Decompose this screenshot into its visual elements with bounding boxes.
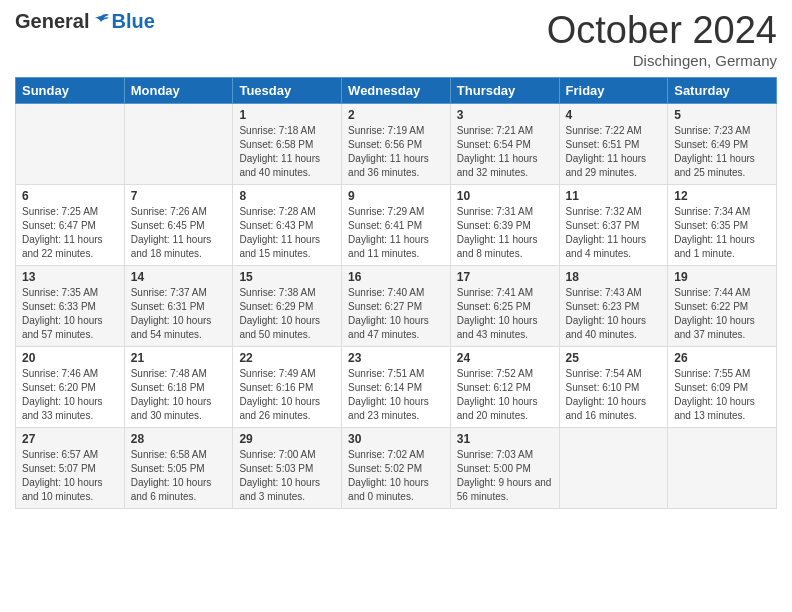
day-of-week-header: Sunday xyxy=(16,77,125,103)
calendar-day-cell: 17Sunrise: 7:41 AMSunset: 6:25 PMDayligh… xyxy=(450,265,559,346)
day-of-week-header: Friday xyxy=(559,77,668,103)
day-info: Sunrise: 7:02 AMSunset: 5:02 PMDaylight:… xyxy=(348,448,444,504)
day-info: Sunrise: 7:35 AMSunset: 6:33 PMDaylight:… xyxy=(22,286,118,342)
day-info: Sunrise: 7:03 AMSunset: 5:00 PMDaylight:… xyxy=(457,448,553,504)
day-number: 23 xyxy=(348,351,444,365)
day-info: Sunrise: 7:22 AMSunset: 6:51 PMDaylight:… xyxy=(566,124,662,180)
day-of-week-header: Wednesday xyxy=(342,77,451,103)
calendar-day-cell xyxy=(16,103,125,184)
day-number: 17 xyxy=(457,270,553,284)
day-info: Sunrise: 7:43 AMSunset: 6:23 PMDaylight:… xyxy=(566,286,662,342)
calendar-day-cell: 23Sunrise: 7:51 AMSunset: 6:14 PMDayligh… xyxy=(342,346,451,427)
calendar-day-cell: 11Sunrise: 7:32 AMSunset: 6:37 PMDayligh… xyxy=(559,184,668,265)
day-info: Sunrise: 7:25 AMSunset: 6:47 PMDaylight:… xyxy=(22,205,118,261)
day-info: Sunrise: 7:37 AMSunset: 6:31 PMDaylight:… xyxy=(131,286,227,342)
day-number: 21 xyxy=(131,351,227,365)
day-of-week-header: Tuesday xyxy=(233,77,342,103)
day-number: 29 xyxy=(239,432,335,446)
day-number: 24 xyxy=(457,351,553,365)
day-number: 3 xyxy=(457,108,553,122)
day-info: Sunrise: 7:44 AMSunset: 6:22 PMDaylight:… xyxy=(674,286,770,342)
calendar-week-row: 20Sunrise: 7:46 AMSunset: 6:20 PMDayligh… xyxy=(16,346,777,427)
calendar-week-row: 1Sunrise: 7:18 AMSunset: 6:58 PMDaylight… xyxy=(16,103,777,184)
day-number: 26 xyxy=(674,351,770,365)
day-info: Sunrise: 6:57 AMSunset: 5:07 PMDaylight:… xyxy=(22,448,118,504)
calendar-day-cell: 7Sunrise: 7:26 AMSunset: 6:45 PMDaylight… xyxy=(124,184,233,265)
day-info: Sunrise: 7:54 AMSunset: 6:10 PMDaylight:… xyxy=(566,367,662,423)
location-subtitle: Dischingen, Germany xyxy=(547,52,777,69)
day-info: Sunrise: 7:31 AMSunset: 6:39 PMDaylight:… xyxy=(457,205,553,261)
calendar-day-cell: 22Sunrise: 7:49 AMSunset: 6:16 PMDayligh… xyxy=(233,346,342,427)
day-number: 31 xyxy=(457,432,553,446)
day-number: 16 xyxy=(348,270,444,284)
calendar-header-row: SundayMondayTuesdayWednesdayThursdayFrid… xyxy=(16,77,777,103)
day-info: Sunrise: 7:48 AMSunset: 6:18 PMDaylight:… xyxy=(131,367,227,423)
day-number: 22 xyxy=(239,351,335,365)
calendar-day-cell: 30Sunrise: 7:02 AMSunset: 5:02 PMDayligh… xyxy=(342,427,451,508)
day-number: 8 xyxy=(239,189,335,203)
day-info: Sunrise: 7:00 AMSunset: 5:03 PMDaylight:… xyxy=(239,448,335,504)
day-info: Sunrise: 7:29 AMSunset: 6:41 PMDaylight:… xyxy=(348,205,444,261)
calendar-day-cell: 12Sunrise: 7:34 AMSunset: 6:35 PMDayligh… xyxy=(668,184,777,265)
month-title: October 2024 xyxy=(547,10,777,52)
calendar-day-cell: 3Sunrise: 7:21 AMSunset: 6:54 PMDaylight… xyxy=(450,103,559,184)
day-info: Sunrise: 7:21 AMSunset: 6:54 PMDaylight:… xyxy=(457,124,553,180)
calendar-day-cell: 4Sunrise: 7:22 AMSunset: 6:51 PMDaylight… xyxy=(559,103,668,184)
day-number: 4 xyxy=(566,108,662,122)
calendar-day-cell: 10Sunrise: 7:31 AMSunset: 6:39 PMDayligh… xyxy=(450,184,559,265)
calendar-day-cell: 16Sunrise: 7:40 AMSunset: 6:27 PMDayligh… xyxy=(342,265,451,346)
logo: General Blue xyxy=(15,10,155,33)
calendar-day-cell: 1Sunrise: 7:18 AMSunset: 6:58 PMDaylight… xyxy=(233,103,342,184)
calendar-day-cell: 14Sunrise: 7:37 AMSunset: 6:31 PMDayligh… xyxy=(124,265,233,346)
calendar-day-cell: 31Sunrise: 7:03 AMSunset: 5:00 PMDayligh… xyxy=(450,427,559,508)
day-number: 30 xyxy=(348,432,444,446)
calendar-week-row: 27Sunrise: 6:57 AMSunset: 5:07 PMDayligh… xyxy=(16,427,777,508)
title-block: October 2024 Dischingen, Germany xyxy=(547,10,777,69)
day-number: 1 xyxy=(239,108,335,122)
day-number: 14 xyxy=(131,270,227,284)
calendar-day-cell xyxy=(668,427,777,508)
day-number: 10 xyxy=(457,189,553,203)
calendar-day-cell: 9Sunrise: 7:29 AMSunset: 6:41 PMDaylight… xyxy=(342,184,451,265)
day-info: Sunrise: 7:46 AMSunset: 6:20 PMDaylight:… xyxy=(22,367,118,423)
day-info: Sunrise: 7:23 AMSunset: 6:49 PMDaylight:… xyxy=(674,124,770,180)
day-number: 19 xyxy=(674,270,770,284)
day-number: 28 xyxy=(131,432,227,446)
day-of-week-header: Saturday xyxy=(668,77,777,103)
day-info: Sunrise: 7:26 AMSunset: 6:45 PMDaylight:… xyxy=(131,205,227,261)
calendar-day-cell: 2Sunrise: 7:19 AMSunset: 6:56 PMDaylight… xyxy=(342,103,451,184)
day-number: 20 xyxy=(22,351,118,365)
day-info: Sunrise: 7:19 AMSunset: 6:56 PMDaylight:… xyxy=(348,124,444,180)
day-number: 25 xyxy=(566,351,662,365)
day-of-week-header: Monday xyxy=(124,77,233,103)
day-number: 9 xyxy=(348,189,444,203)
day-number: 2 xyxy=(348,108,444,122)
day-number: 11 xyxy=(566,189,662,203)
day-info: Sunrise: 7:40 AMSunset: 6:27 PMDaylight:… xyxy=(348,286,444,342)
day-number: 15 xyxy=(239,270,335,284)
day-info: Sunrise: 7:28 AMSunset: 6:43 PMDaylight:… xyxy=(239,205,335,261)
day-info: Sunrise: 7:32 AMSunset: 6:37 PMDaylight:… xyxy=(566,205,662,261)
calendar-day-cell: 27Sunrise: 6:57 AMSunset: 5:07 PMDayligh… xyxy=(16,427,125,508)
logo-bird-icon xyxy=(91,12,111,32)
calendar-container: General Blue October 2024 Dischingen, Ge… xyxy=(0,0,792,524)
calendar-day-cell: 25Sunrise: 7:54 AMSunset: 6:10 PMDayligh… xyxy=(559,346,668,427)
calendar-day-cell: 28Sunrise: 6:58 AMSunset: 5:05 PMDayligh… xyxy=(124,427,233,508)
day-info: Sunrise: 7:52 AMSunset: 6:12 PMDaylight:… xyxy=(457,367,553,423)
day-number: 13 xyxy=(22,270,118,284)
day-number: 12 xyxy=(674,189,770,203)
calendar-day-cell: 6Sunrise: 7:25 AMSunset: 6:47 PMDaylight… xyxy=(16,184,125,265)
calendar-day-cell: 18Sunrise: 7:43 AMSunset: 6:23 PMDayligh… xyxy=(559,265,668,346)
calendar-day-cell: 20Sunrise: 7:46 AMSunset: 6:20 PMDayligh… xyxy=(16,346,125,427)
calendar-day-cell: 19Sunrise: 7:44 AMSunset: 6:22 PMDayligh… xyxy=(668,265,777,346)
calendar-day-cell: 29Sunrise: 7:00 AMSunset: 5:03 PMDayligh… xyxy=(233,427,342,508)
day-info: Sunrise: 7:18 AMSunset: 6:58 PMDaylight:… xyxy=(239,124,335,180)
day-number: 7 xyxy=(131,189,227,203)
day-info: Sunrise: 7:41 AMSunset: 6:25 PMDaylight:… xyxy=(457,286,553,342)
calendar-day-cell xyxy=(124,103,233,184)
calendar-day-cell: 15Sunrise: 7:38 AMSunset: 6:29 PMDayligh… xyxy=(233,265,342,346)
calendar-day-cell: 8Sunrise: 7:28 AMSunset: 6:43 PMDaylight… xyxy=(233,184,342,265)
calendar-week-row: 13Sunrise: 7:35 AMSunset: 6:33 PMDayligh… xyxy=(16,265,777,346)
calendar-day-cell: 21Sunrise: 7:48 AMSunset: 6:18 PMDayligh… xyxy=(124,346,233,427)
day-info: Sunrise: 7:49 AMSunset: 6:16 PMDaylight:… xyxy=(239,367,335,423)
